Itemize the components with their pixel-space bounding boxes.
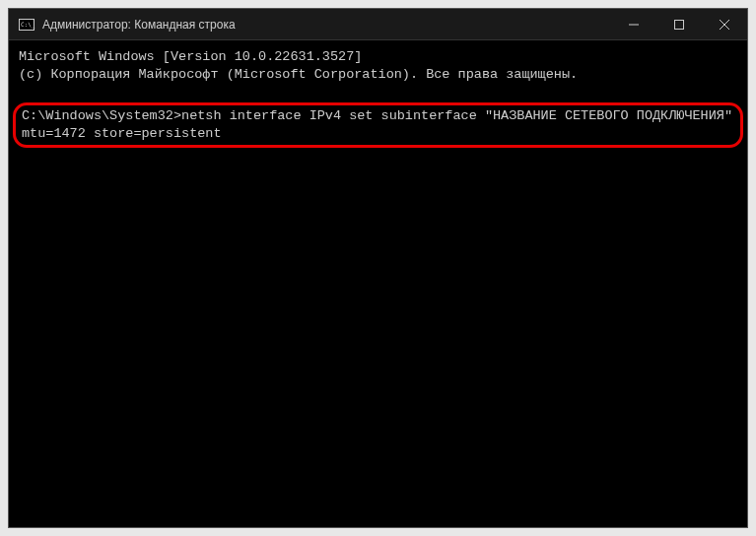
version-line: Microsoft Windows [Version 10.0.22631.35… [19,48,737,66]
maximize-button[interactable] [656,9,702,39]
prompt: C:\Windows\System32> [22,108,181,123]
titlebar[interactable]: Администратор: Командная строка [9,9,747,40]
blank-line [19,84,737,101]
terminal-output[interactable]: Microsoft Windows [Version 10.0.22631.35… [9,40,747,527]
minimize-button[interactable] [611,9,656,39]
maximize-icon [674,20,684,30]
window-controls [611,9,747,39]
svg-rect-1 [675,20,684,29]
close-icon [720,20,729,30]
cmd-icon [19,19,34,31]
window-title: Администратор: Командная строка [42,18,611,32]
close-button[interactable] [702,9,747,39]
minimize-icon [629,20,639,30]
command-prompt-window: Администратор: Командная строка Microsof… [8,8,748,528]
copyright-line: (c) Корпорация Майкрософт (Microsoft Cor… [19,66,737,84]
highlighted-command: C:\Windows\System32>netsh interface IPv4… [13,102,743,148]
